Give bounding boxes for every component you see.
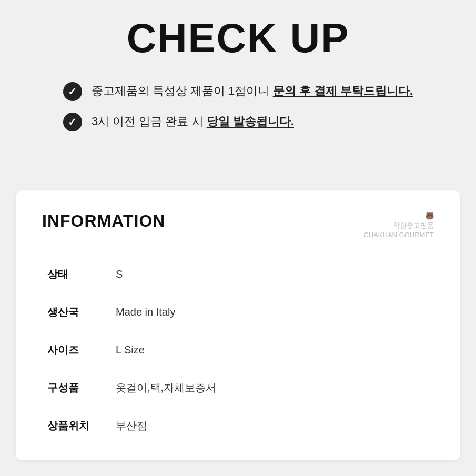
check-text-2-normal: 3시 이전 입금 완료 시 (92, 115, 207, 128)
watermark-line2: CHAKHAN GOURMET (363, 230, 434, 240)
table-row: 생산국Made in Italy (42, 293, 434, 331)
row-label-1: 생산국 (42, 293, 110, 331)
row-label-2: 사이즈 (42, 331, 110, 369)
info-card: INFORMATION 🐻 착한중고명품 CHAKHAN GOURMET 상태S… (16, 190, 460, 461)
row-value-3: 옷걸이,택,자체보증서 (110, 369, 434, 407)
check-item-1: 중고제품의 특성상 제품이 1점이니 문의 후 결제 부탁드립니다. (63, 82, 413, 101)
table-row: 구성품옷걸이,택,자체보증서 (42, 369, 434, 407)
row-value-4: 부산점 (110, 407, 434, 445)
watermark-icon: 🐻 (363, 211, 434, 221)
row-label-0: 상태 (42, 256, 110, 293)
check-text-2-bold: 당일 발송됩니다. (207, 115, 294, 128)
check-text-2: 3시 이전 입금 완료 시 당일 발송됩니다. (92, 114, 294, 130)
info-card-title: INFORMATION (42, 211, 165, 231)
row-label-4: 상품위치 (42, 407, 110, 445)
check-text-1-normal: 중고제품의 특성상 제품이 1점이니 (92, 84, 273, 97)
row-label-3: 구성품 (42, 369, 110, 407)
table-row: 상품위치부산점 (42, 407, 434, 445)
watermark-line1: 착한중고명품 (363, 221, 434, 230)
row-value-0: S (110, 256, 434, 293)
check-text-1: 중고제품의 특성상 제품이 1점이니 문의 후 결제 부탁드립니다. (92, 83, 413, 99)
table-row: 상태S (42, 256, 434, 293)
check-text-1-bold: 문의 후 결제 부탁드립니다. (273, 84, 413, 97)
watermark: 🐻 착한중고명품 CHAKHAN GOURMET (363, 211, 434, 240)
checkmark-icon-2 (63, 113, 82, 131)
table-row: 사이즈L Size (42, 331, 434, 369)
checkmark-icon-1 (63, 82, 82, 101)
info-table: 상태S생산국Made in Italy사이즈L Size구성품옷걸이,택,자체보… (42, 256, 434, 444)
main-title: CHECK UP (32, 16, 444, 61)
check-list: 중고제품의 특성상 제품이 1점이니 문의 후 결제 부탁드립니다. 3시 이전… (63, 82, 413, 143)
row-value-1: Made in Italy (110, 293, 434, 331)
check-item-2: 3시 이전 입금 완료 시 당일 발송됩니다. (63, 113, 413, 131)
row-value-2: L Size (110, 331, 434, 369)
info-header: INFORMATION 🐻 착한중고명품 CHAKHAN GOURMET (42, 211, 434, 240)
header-section: CHECK UP 중고제품의 특성상 제품이 1점이니 문의 후 결제 부탁드립… (0, 0, 476, 164)
spacer (0, 164, 476, 190)
